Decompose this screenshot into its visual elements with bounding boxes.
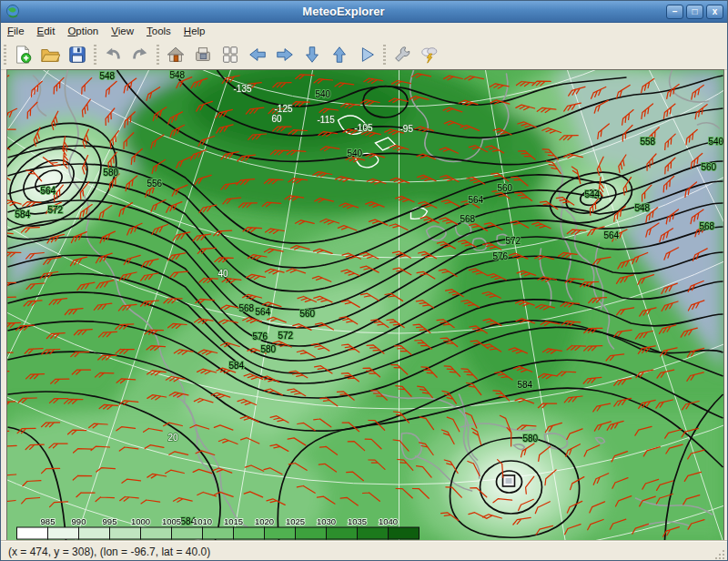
contour-label: 572 [48, 205, 64, 215]
arrow-right-icon [275, 45, 295, 65]
contour-label: 544 [585, 189, 601, 199]
contour-label: 548 [100, 71, 116, 81]
settings-button[interactable] [389, 42, 416, 67]
nav-up-button[interactable] [326, 42, 353, 67]
resize-grip[interactable] [713, 548, 725, 560]
contour-label: 584 [229, 361, 245, 371]
graticule-label: -105 [355, 123, 373, 133]
nav-right-button[interactable] [271, 42, 298, 67]
contour-label: 564 [41, 186, 56, 196]
map-canvas[interactable]: -135-12560-115-105-954020 54854854054058… [6, 69, 724, 541]
legend-swatch [110, 527, 141, 539]
legend-tick-label: 1040 [379, 516, 398, 526]
contour-label: 568 [460, 214, 476, 224]
legend-swatch [265, 527, 296, 539]
nav-down-button[interactable] [298, 42, 326, 67]
menu-file[interactable]: File [1, 25, 31, 37]
toolbar-separator [157, 45, 159, 65]
menu-view[interactable]: View [105, 25, 140, 37]
tool-bar [1, 39, 727, 70]
home-icon [166, 45, 186, 65]
legend-tick-label: 1020 [255, 516, 274, 526]
snapshot-button[interactable] [189, 42, 217, 67]
play-button[interactable] [353, 42, 380, 67]
status-bar: (x = 474, y = 308), (lon = -96.7, lat = … [1, 540, 727, 561]
toolbar-separator [94, 45, 96, 65]
legend-swatch [48, 527, 79, 539]
legend-swatch [172, 527, 203, 539]
redo-button[interactable] [126, 42, 154, 67]
contour-label: 580 [104, 168, 119, 178]
legend-tick-label: 990 [72, 516, 86, 526]
contour-label: 540 [348, 148, 363, 158]
legend-swatch [296, 527, 327, 539]
legend-swatch [203, 527, 234, 539]
contour-label: 572 [506, 236, 521, 246]
arrow-left-icon [248, 45, 268, 65]
weather-button[interactable] [416, 42, 443, 67]
legend-tick-label: 1000 [131, 516, 150, 526]
close-button[interactable]: x [706, 5, 723, 19]
home-button[interactable] [162, 42, 189, 67]
save-button[interactable] [64, 42, 91, 67]
save-floppy-icon [67, 45, 87, 65]
contour-label: 584 [15, 209, 31, 219]
contour-label: 560 [300, 309, 316, 319]
graticule-label: -95 [400, 124, 414, 134]
legend-swatch [141, 527, 172, 539]
legend-swatch [389, 527, 420, 539]
undo-button[interactable] [99, 42, 126, 67]
play-icon [357, 45, 377, 65]
contour-label: 568 [239, 303, 255, 313]
legend-swatch [234, 527, 265, 539]
menu-option[interactable]: Option [61, 25, 105, 37]
legend-swatch [17, 527, 48, 539]
redo-icon [130, 45, 150, 65]
arrow-down-icon [302, 45, 322, 65]
app-window: MeteoExplorer – □ x File Edit Option Vie… [0, 0, 728, 561]
new-document-icon [13, 45, 33, 65]
tile-windows-button[interactable] [217, 42, 244, 67]
contour-label: 540 [709, 137, 724, 147]
arrow-up-icon [329, 45, 349, 65]
title-bar[interactable]: MeteoExplorer – □ x [1, 1, 727, 23]
menu-edit[interactable]: Edit [31, 25, 62, 37]
graticule-label: -135 [234, 84, 252, 94]
menu-help[interactable]: Help [177, 25, 212, 37]
toolbar-grip [4, 45, 6, 65]
contour-label: 568 [700, 221, 715, 231]
contour-label: 584 [518, 380, 533, 390]
weather-map: -135-12560-115-105-954020 54854854054058… [7, 70, 723, 540]
snapshot-icon [193, 45, 213, 65]
contour-label: 576 [493, 251, 509, 261]
new-button[interactable] [9, 42, 36, 67]
minimize-button[interactable]: – [666, 5, 683, 19]
contour-label: 564 [256, 307, 271, 317]
contour-label: 576 [253, 332, 268, 342]
contour-label: 560 [498, 183, 513, 193]
contour-label: 548 [635, 203, 651, 213]
undo-icon [103, 45, 123, 65]
contour-label: 580 [523, 434, 539, 444]
legend-swatch [327, 527, 358, 539]
tile-windows-icon [220, 45, 240, 65]
menu-tools[interactable]: Tools [140, 25, 177, 37]
graticule-label: 40 [218, 269, 229, 279]
window-title: MeteoExplorer [21, 5, 666, 18]
storm-center-symbol [503, 475, 515, 486]
nav-left-button[interactable] [244, 42, 271, 67]
contour-label: 564 [469, 195, 484, 205]
contour-label: 540 [316, 89, 331, 99]
open-button[interactable] [36, 42, 64, 67]
legend-tick-label: 985 [41, 516, 56, 526]
contour-label: 556 [147, 178, 163, 189]
contour-label: 558 [641, 137, 656, 147]
legend-tick-label: 995 [103, 516, 117, 526]
contour-label: 580 [261, 344, 277, 354]
graticule-label: -125 [275, 104, 293, 114]
wrench-icon [392, 45, 412, 65]
maximize-button[interactable]: □ [686, 5, 703, 19]
graticule-label: 20 [168, 433, 179, 443]
legend-tick-label: 1030 [317, 516, 336, 526]
legend-swatch [358, 527, 389, 539]
